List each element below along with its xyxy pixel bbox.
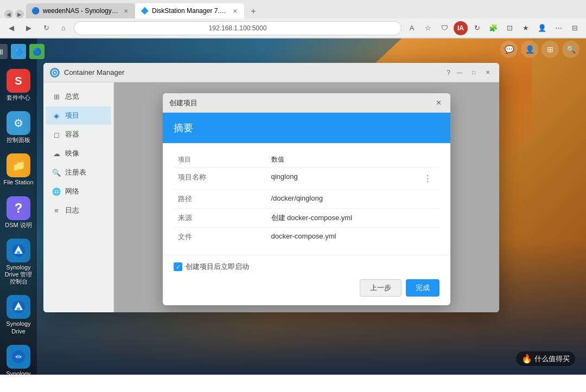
translate-icon-btn[interactable]: A (405, 21, 419, 35)
registry-label: 注册表 (65, 168, 86, 177)
sidebar-item-project[interactable]: ◈ 项目 (46, 106, 111, 125)
topbar-search-btn[interactable]: 🔍 (562, 41, 579, 58)
desktop-icon-control-panel[interactable]: ⚙ 控制面板 (0, 108, 37, 147)
shield-icon-btn[interactable]: 🛡 (437, 21, 451, 35)
nav-back-button[interactable]: ◀ (4, 21, 18, 35)
table-row: 项目名称 qinglong ⋮ (174, 168, 440, 190)
container-icon: ◻ (52, 130, 61, 139)
row-2-key: 来源 (174, 209, 267, 228)
tab-2-close[interactable]: ✕ (231, 7, 239, 15)
tab-1-label: weedenNAS - Synology NAS (43, 7, 119, 15)
synology-drive-admin-label: Synology Drive 管理控制台 (3, 264, 34, 286)
sidebar-item-overview[interactable]: ⊞ 总览 (46, 87, 111, 106)
overview-label: 总览 (65, 92, 79, 101)
package-center-icon: S (7, 69, 30, 93)
svg-point-7 (17, 355, 20, 358)
split-view-icon-btn[interactable]: ⊡ (502, 21, 517, 35)
address-input[interactable]: 192.168.1.100:5000 (74, 21, 402, 35)
browser-forward-btn[interactable]: ▶ (15, 10, 24, 18)
watermark-text: 什么值得买 (534, 354, 570, 364)
cm-close-btn[interactable]: ✕ (483, 68, 493, 78)
dialog-footer: ✓ 创建项目后立即启动 上一步 完成 (163, 255, 450, 305)
extensions-icon-btn[interactable]: 🧩 (486, 21, 500, 35)
table-row: 来源 创建 docker-compose.yml (174, 209, 440, 228)
table-actions-btn[interactable]: ⋮ (420, 172, 435, 185)
project-icon: ◈ (52, 111, 61, 120)
profile-icon-btn[interactable]: IA (454, 21, 468, 35)
desktop-topbar: 💬 👤 ⊞ 🔍 (37, 38, 586, 60)
favorites-icon-btn[interactable]: ★ (519, 21, 533, 35)
table-row: 文件 docker-compose.yml (174, 228, 440, 247)
bookmark-icon-btn[interactable]: ☆ (421, 21, 435, 35)
container-manager-window: Container Manager ? — □ ✕ ⊞ 总览 ◈ 项目 ◻ 容器 (43, 63, 499, 312)
network-label: 网络 (65, 187, 79, 196)
cm-help-btn[interactable]: ? (447, 69, 450, 76)
overview-icon: ⊞ (52, 92, 61, 101)
topbar-grid-btn[interactable]: ⊞ (542, 41, 559, 58)
desktop-icon-package-center[interactable]: S 套件中心 (0, 66, 37, 105)
dialog-header: 摘要 (163, 113, 450, 143)
synology-drive-icon (7, 295, 30, 319)
nav-forward-button[interactable]: ▶ (22, 21, 36, 35)
prev-step-button[interactable]: 上一步 (360, 279, 402, 297)
browser-back-btn[interactable]: ◀ (4, 10, 13, 18)
tab-1-close[interactable]: ✕ (122, 7, 130, 15)
desktop-icon-file-station[interactable]: 📁 File Station (0, 150, 37, 189)
cm-logo (50, 68, 60, 78)
desktop-icon-synology-drive-admin[interactable]: Synology Drive 管理控制台 (0, 235, 37, 289)
dialog-buttons: 上一步 完成 (174, 279, 440, 297)
cm-title: Container Manager (64, 68, 442, 76)
desktop-icon-synology-drive-sharesync[interactable]: Synology Drive ShareSync (0, 342, 37, 375)
tab-2[interactable]: 🔷 DiskStation Manager 7.2 | 群… ✕ (135, 3, 244, 18)
container-label: 容器 (65, 130, 79, 139)
taskbar-grid-btn[interactable]: ⊞ (0, 44, 8, 59)
watermark: 🔥 什么值得买 (516, 351, 575, 366)
tab-1[interactable]: 🔵 weedenNAS - Synology NAS ✕ (26, 3, 135, 18)
desktop-icon-dsm-help[interactable]: ? DSM 说明 (0, 193, 37, 232)
log-label: 日志 (65, 205, 79, 215)
tab-bar: ◀ ▶ 🔵 weedenNAS - Synology NAS ✕ 🔷 DiskS… (0, 0, 586, 18)
log-icon: ≡ (52, 206, 61, 215)
taskbar: ⊞ 🔷 🔵 S 套件中心 ⚙ 控制面板 📁 File Station ? (0, 38, 37, 375)
synology-drive-sharesync-icon (7, 345, 30, 369)
svg-point-5 (17, 307, 20, 311)
topbar-chat-btn[interactable]: 💬 (500, 41, 518, 58)
network-icon: 🌐 (52, 187, 61, 196)
sidebar-item-container[interactable]: ◻ 容器 (46, 125, 111, 144)
sidebar-item-log[interactable]: ≡ 日志 (46, 201, 111, 220)
watermark-icon: 🔥 (521, 354, 532, 364)
refresh-icon-btn[interactable]: ↻ (470, 21, 484, 35)
dialog-body: 项目 数值 项目名称 qinglong ⋮ (163, 143, 450, 255)
desktop-icon-synology-drive[interactable]: Synology Drive (0, 292, 37, 338)
nav-home-button[interactable]: ⌂ (56, 21, 71, 35)
new-tab-button[interactable]: + (246, 4, 260, 18)
profile-avatar: IA (454, 21, 468, 35)
address-bar-row: ◀ ▶ ↻ ⌂ 192.168.1.100:5000 A ☆ 🛡 IA ↻ 🧩 … (0, 18, 586, 38)
cm-main-area: 创建项目 ✕ 摘要 项目 (114, 82, 499, 312)
browser-chrome: ◀ ▶ 🔵 weedenNAS - Synology NAS ✕ 🔷 DiskS… (0, 0, 586, 38)
file-station-icon: 📁 (7, 153, 30, 177)
nav-refresh-button[interactable]: ↻ (39, 21, 53, 35)
table-row: 路径 /docker/qinglong (174, 190, 440, 209)
cm-minimize-btn[interactable]: — (455, 68, 464, 78)
sidebar-item-network[interactable]: 🌐 网络 (46, 182, 111, 201)
user-icon-btn[interactable]: 👤 (535, 21, 549, 35)
dialog-close-button[interactable]: ✕ (433, 98, 444, 108)
more-options-btn[interactable]: ⋯ (551, 21, 565, 35)
topbar-person-btn[interactable]: 👤 (521, 41, 538, 58)
browser-icon-group: A ☆ 🛡 IA ↻ 🧩 ⊡ ★ 👤 ⋯ ⊟ (405, 21, 582, 35)
finish-button[interactable]: 完成 (406, 279, 440, 297)
dialog-title: 创建项目 (169, 98, 433, 108)
checkbox-checked-icon: ✓ (174, 262, 182, 271)
split-screen-btn[interactable]: ⊟ (568, 21, 582, 35)
registry-icon: 🔍 (52, 168, 61, 177)
taskbar-dsm-btn[interactable]: 🔷 (11, 44, 26, 59)
sidebar-item-registry[interactable]: 🔍 注册表 (46, 163, 111, 182)
cm-maximize-btn[interactable]: □ (469, 68, 479, 78)
sidebar-item-image[interactable]: ☁ 映像 (46, 144, 111, 163)
package-center-label: 套件中心 (7, 94, 30, 101)
desktop: ⊞ 🔷 🔵 S 套件中心 ⚙ 控制面板 📁 File Station ? (0, 38, 586, 375)
row-3-val: docker-compose.yml (267, 228, 416, 247)
dsm-help-icon: ? (7, 196, 30, 220)
address-text: 192.168.1.100:5000 (209, 24, 267, 32)
